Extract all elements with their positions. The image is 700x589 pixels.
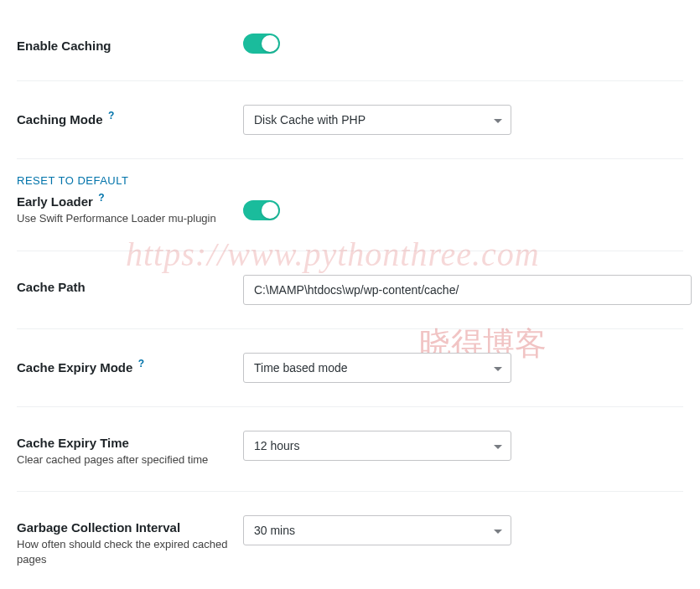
cache-expiry-mode-select[interactable]: Time based mode [243,353,511,383]
cache-expiry-time-select[interactable]: 12 hours [243,431,511,461]
cache-expiry-mode-row: Cache Expiry Mode ? Time based mode [17,329,683,407]
cache-path-label: Cache Path [17,280,86,294]
enable-caching-label: Enable Caching [17,39,111,53]
caching-mode-label: Caching Mode [17,112,103,127]
chevron-down-icon [494,113,502,127]
cache-expiry-time-value: 12 hours [254,439,299,452]
cache-expiry-time-row: Cache Expiry Time Clear cached pages aft… [17,407,683,492]
caching-mode-select[interactable]: Disk Cache with PHP [243,105,511,135]
cache-expiry-mode-label: Cache Expiry Mode [17,360,132,375]
enable-caching-row: Enable Caching [17,0,683,81]
help-icon[interactable]: ? [98,192,104,204]
cache-expiry-time-label: Cache Expiry Time [17,436,129,450]
chevron-down-icon [494,439,502,452]
enable-caching-toggle[interactable] [243,34,280,54]
early-loader-row: RESET TO DEFAULT Early Loader ? Use Swif… [17,159,683,251]
garbage-collection-label: Garbage Collection Interval [17,520,180,535]
early-loader-label: Early Loader [17,194,93,209]
cache-path-input[interactable] [243,275,692,305]
caching-mode-value: Disk Cache with PHP [254,113,366,127]
cache-path-row: Cache Path [17,251,683,329]
help-icon[interactable]: ? [138,358,144,369]
garbage-collection-row: Garbage Collection Interval How often sh… [17,492,683,589]
early-loader-desc: Use Swift Performance Loader mu-plugin [17,211,243,226]
cache-expiry-time-desc: Clear cached pages after specified time [17,452,243,468]
toggle-knob [262,35,278,52]
early-loader-toggle[interactable] [243,200,280,220]
garbage-collection-desc: How often should check the expired cache… [17,537,243,567]
help-icon[interactable]: ? [108,110,114,121]
toggle-knob [262,202,278,219]
reset-to-default-link[interactable]: RESET TO DEFAULT [17,174,683,187]
caching-mode-row: Caching Mode ? Disk Cache with PHP [17,81,683,159]
chevron-down-icon [494,524,502,537]
garbage-collection-value: 30 mins [254,524,295,537]
chevron-down-icon [494,361,502,375]
garbage-collection-select[interactable]: 30 mins [243,515,511,545]
cache-expiry-mode-value: Time based mode [254,361,348,375]
